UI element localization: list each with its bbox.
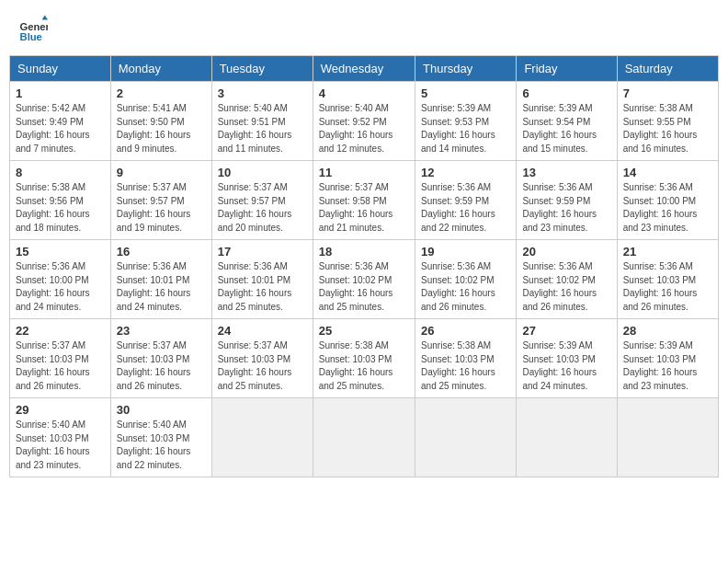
day-number: 30 bbox=[117, 403, 206, 417]
calendar-cell: 29 Sunrise: 5:40 AM Sunset: 10:03 PM Day… bbox=[10, 398, 111, 477]
daylight-label: Daylight: 16 hours and 23 minutes. bbox=[623, 367, 698, 391]
sunset-label: Sunset: 10:02 PM bbox=[421, 275, 495, 285]
col-sunday: Sunday bbox=[10, 56, 111, 82]
daylight-label: Daylight: 16 hours and 23 minutes. bbox=[623, 209, 698, 233]
daylight-label: Daylight: 16 hours and 7 minutes. bbox=[16, 130, 90, 154]
calendar-cell: 2 Sunrise: 5:41 AM Sunset: 9:50 PM Dayli… bbox=[110, 82, 211, 161]
col-thursday: Thursday bbox=[415, 56, 517, 82]
sunrise-label: Sunrise: 5:36 AM bbox=[218, 261, 288, 271]
sunset-label: Sunset: 9:49 PM bbox=[16, 117, 84, 127]
calendar-cell: 3 Sunrise: 5:40 AM Sunset: 9:51 PM Dayli… bbox=[211, 82, 313, 161]
calendar-cell: 11 Sunrise: 5:37 AM Sunset: 9:58 PM Dayl… bbox=[313, 161, 415, 240]
sunset-label: Sunset: 10:03 PM bbox=[218, 354, 291, 364]
sunset-label: Sunset: 9:59 PM bbox=[522, 196, 590, 206]
sunrise-label: Sunrise: 5:39 AM bbox=[421, 103, 491, 113]
day-info: Sunrise: 5:38 AM Sunset: 9:55 PM Dayligh… bbox=[623, 102, 712, 155]
day-number: 10 bbox=[218, 166, 307, 179]
day-number: 27 bbox=[522, 324, 610, 338]
sunset-label: Sunset: 10:02 PM bbox=[522, 275, 596, 285]
calendar-cell: 1 Sunrise: 5:42 AM Sunset: 9:49 PM Dayli… bbox=[10, 82, 111, 161]
col-wednesday: Wednesday bbox=[313, 56, 415, 82]
svg-text:General: General bbox=[20, 21, 48, 32]
sunrise-label: Sunrise: 5:39 AM bbox=[623, 340, 693, 350]
calendar-cell: 28 Sunrise: 5:39 AM Sunset: 10:03 PM Day… bbox=[617, 319, 718, 398]
sunrise-label: Sunrise: 5:36 AM bbox=[421, 182, 491, 192]
calendar-cell: 5 Sunrise: 5:39 AM Sunset: 9:53 PM Dayli… bbox=[415, 82, 517, 161]
calendar-cell bbox=[415, 398, 517, 477]
day-number: 14 bbox=[623, 166, 712, 179]
day-number: 2 bbox=[117, 86, 206, 100]
sunrise-label: Sunrise: 5:37 AM bbox=[16, 340, 85, 350]
calendar-cell: 8 Sunrise: 5:38 AM Sunset: 9:56 PM Dayli… bbox=[10, 161, 111, 240]
day-number: 16 bbox=[117, 245, 206, 259]
calendar-cell: 22 Sunrise: 5:37 AM Sunset: 10:03 PM Day… bbox=[10, 319, 111, 398]
day-number: 26 bbox=[421, 324, 510, 338]
sunrise-label: Sunrise: 5:38 AM bbox=[421, 340, 491, 350]
daylight-label: Daylight: 16 hours and 15 minutes. bbox=[522, 130, 597, 154]
sunrise-label: Sunrise: 5:40 AM bbox=[117, 419, 187, 430]
calendar-week-row: 1 Sunrise: 5:42 AM Sunset: 9:49 PM Dayli… bbox=[10, 82, 719, 161]
day-info: Sunrise: 5:36 AM Sunset: 10:03 PM Daylig… bbox=[623, 260, 712, 314]
sunrise-label: Sunrise: 5:36 AM bbox=[623, 261, 693, 271]
sunrise-label: Sunrise: 5:38 AM bbox=[16, 182, 85, 192]
daylight-label: Daylight: 16 hours and 26 minutes. bbox=[522, 288, 597, 312]
sunrise-label: Sunrise: 5:39 AM bbox=[522, 103, 592, 113]
day-info: Sunrise: 5:39 AM Sunset: 9:53 PM Dayligh… bbox=[421, 102, 510, 155]
daylight-label: Daylight: 16 hours and 25 minutes. bbox=[319, 367, 393, 391]
day-info: Sunrise: 5:36 AM Sunset: 10:00 PM Daylig… bbox=[16, 260, 105, 314]
day-info: Sunrise: 5:36 AM Sunset: 10:02 PM Daylig… bbox=[522, 260, 610, 314]
daylight-label: Daylight: 16 hours and 16 minutes. bbox=[623, 130, 698, 154]
day-info: Sunrise: 5:38 AM Sunset: 9:56 PM Dayligh… bbox=[16, 181, 105, 235]
sunrise-label: Sunrise: 5:37 AM bbox=[218, 340, 288, 350]
day-info: Sunrise: 5:36 AM Sunset: 10:01 PM Daylig… bbox=[117, 260, 206, 314]
day-number: 29 bbox=[16, 403, 105, 417]
sunset-label: Sunset: 9:54 PM bbox=[522, 117, 590, 127]
sunset-label: Sunset: 10:01 PM bbox=[117, 275, 190, 285]
daylight-label: Daylight: 16 hours and 23 minutes. bbox=[16, 446, 90, 470]
day-info: Sunrise: 5:37 AM Sunset: 9:58 PM Dayligh… bbox=[319, 181, 409, 235]
day-number: 20 bbox=[522, 245, 610, 259]
sunset-label: Sunset: 10:03 PM bbox=[522, 354, 596, 364]
sunset-label: Sunset: 9:55 PM bbox=[623, 117, 691, 127]
calendar-cell: 13 Sunrise: 5:36 AM Sunset: 9:59 PM Dayl… bbox=[517, 161, 617, 240]
calendar-week-row: 29 Sunrise: 5:40 AM Sunset: 10:03 PM Day… bbox=[10, 398, 719, 477]
daylight-label: Daylight: 16 hours and 18 minutes. bbox=[16, 209, 90, 233]
day-info: Sunrise: 5:41 AM Sunset: 9:50 PM Dayligh… bbox=[117, 102, 206, 155]
day-info: Sunrise: 5:37 AM Sunset: 10:03 PM Daylig… bbox=[16, 339, 105, 393]
calendar-cell: 25 Sunrise: 5:38 AM Sunset: 10:03 PM Day… bbox=[313, 319, 415, 398]
calendar-cell bbox=[313, 398, 415, 477]
col-friday: Friday bbox=[517, 56, 617, 82]
sunrise-label: Sunrise: 5:36 AM bbox=[421, 261, 491, 271]
svg-marker-2 bbox=[42, 16, 48, 20]
logo: General Blue bbox=[18, 14, 48, 43]
calendar-cell: 4 Sunrise: 5:40 AM Sunset: 9:52 PM Dayli… bbox=[313, 82, 415, 161]
day-info: Sunrise: 5:39 AM Sunset: 10:03 PM Daylig… bbox=[522, 339, 610, 393]
calendar-cell: 24 Sunrise: 5:37 AM Sunset: 10:03 PM Day… bbox=[211, 319, 313, 398]
sunset-label: Sunset: 10:03 PM bbox=[117, 433, 190, 443]
sunrise-label: Sunrise: 5:40 AM bbox=[16, 419, 85, 430]
daylight-label: Daylight: 16 hours and 21 minutes. bbox=[319, 209, 393, 233]
day-number: 13 bbox=[522, 166, 610, 179]
day-number: 17 bbox=[218, 245, 307, 259]
day-info: Sunrise: 5:37 AM Sunset: 10:03 PM Daylig… bbox=[117, 339, 206, 393]
daylight-label: Daylight: 16 hours and 26 minutes. bbox=[623, 288, 698, 312]
sunset-label: Sunset: 10:03 PM bbox=[117, 354, 190, 364]
col-saturday: Saturday bbox=[617, 56, 718, 82]
calendar-cell: 16 Sunrise: 5:36 AM Sunset: 10:01 PM Day… bbox=[110, 240, 211, 319]
day-info: Sunrise: 5:36 AM Sunset: 9:59 PM Dayligh… bbox=[421, 181, 510, 235]
sunrise-label: Sunrise: 5:36 AM bbox=[117, 261, 187, 271]
daylight-label: Daylight: 16 hours and 22 minutes. bbox=[421, 209, 495, 233]
calendar-cell: 30 Sunrise: 5:40 AM Sunset: 10:03 PM Day… bbox=[110, 398, 211, 477]
calendar-week-row: 22 Sunrise: 5:37 AM Sunset: 10:03 PM Day… bbox=[10, 319, 719, 398]
day-number: 24 bbox=[218, 324, 307, 338]
daylight-label: Daylight: 16 hours and 25 minutes. bbox=[218, 288, 292, 312]
sunset-label: Sunset: 10:00 PM bbox=[16, 275, 89, 285]
sunset-label: Sunset: 9:59 PM bbox=[421, 196, 489, 206]
day-info: Sunrise: 5:39 AM Sunset: 10:03 PM Daylig… bbox=[623, 339, 712, 393]
day-number: 1 bbox=[16, 86, 105, 100]
sunset-label: Sunset: 10:01 PM bbox=[218, 275, 291, 285]
day-info: Sunrise: 5:37 AM Sunset: 9:57 PM Dayligh… bbox=[218, 181, 307, 235]
daylight-label: Daylight: 16 hours and 26 minutes. bbox=[16, 367, 90, 391]
day-number: 23 bbox=[117, 324, 206, 338]
calendar-cell: 14 Sunrise: 5:36 AM Sunset: 10:00 PM Day… bbox=[617, 161, 718, 240]
